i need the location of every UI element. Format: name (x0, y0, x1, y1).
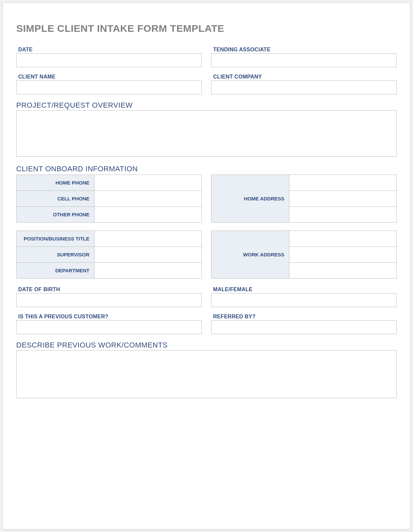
field-referred-by: REFERRED BY? (211, 314, 397, 334)
prev-customer-input[interactable] (16, 320, 202, 334)
department-label: DEPARTMENT (17, 263, 94, 279)
department-input[interactable] (94, 263, 202, 278)
field-client-name: CLIENT NAME (16, 74, 202, 94)
row-date-associate: DATE TENDING ASSOCIATE (16, 47, 397, 67)
home-address-label: HOME ADDRESS (211, 175, 289, 223)
work-address-line3-input[interactable] (289, 263, 396, 278)
field-previous-work: DESCRIBE PREVIOUS WORK/COMMENTS (16, 341, 397, 399)
onboard-group-phones-address: HOME PHONE CELL PHONE OTHER PHONE HOME A… (16, 175, 397, 223)
prev-customer-label: IS THIS A PREVIOUS CUSTOMER? (16, 314, 202, 320)
referred-by-input[interactable] (211, 320, 397, 334)
gender-label: MALE/FEMALE (211, 287, 397, 293)
other-phone-input[interactable] (94, 207, 202, 222)
row-prev-referred: IS THIS A PREVIOUS CUSTOMER? REFERRED BY… (16, 314, 397, 334)
home-phone-label: HOME PHONE (17, 175, 94, 191)
onboard-work-address: WORK ADDRESS (211, 231, 397, 279)
home-address-table: HOME ADDRESS (211, 175, 397, 223)
cell-phone-label: CELL PHONE (17, 191, 94, 207)
client-company-input[interactable] (211, 80, 397, 94)
home-phone-input[interactable] (94, 175, 202, 190)
cell-phone-input[interactable] (94, 191, 202, 206)
field-project-overview: PROJECT/REQUEST OVERVIEW (16, 101, 397, 158)
field-tending-associate: TENDING ASSOCIATE (211, 47, 397, 67)
date-label: DATE (16, 47, 202, 53)
tending-associate-label: TENDING ASSOCIATE (211, 47, 397, 53)
supervisor-label: SUPERVISOR (17, 247, 94, 263)
home-address-line2-input[interactable] (289, 191, 396, 206)
form-page: SIMPLE CLIENT INTAKE FORM TEMPLATE DATE … (3, 3, 410, 529)
other-phone-label: OTHER PHONE (17, 207, 94, 223)
previous-work-label: DESCRIBE PREVIOUS WORK/COMMENTS (16, 341, 397, 349)
home-address-line1-input[interactable] (289, 175, 396, 190)
dob-label: DATE OF BIRTH (16, 287, 202, 293)
row-name-company: CLIENT NAME CLIENT COMPANY (16, 74, 397, 94)
field-prev-customer: IS THIS A PREVIOUS CUSTOMER? (16, 314, 202, 334)
onboard-work-details: POSITION/BUSINESS TITLE SUPERVISOR DEPAR… (16, 231, 202, 279)
dob-input[interactable] (16, 293, 202, 307)
client-name-label: CLIENT NAME (16, 74, 202, 80)
tending-associate-input[interactable] (211, 53, 397, 67)
work-details-table: POSITION/BUSINESS TITLE SUPERVISOR DEPAR… (16, 231, 202, 279)
work-address-line2-input[interactable] (289, 247, 396, 262)
onboard-home-address: HOME ADDRESS (211, 175, 397, 223)
field-dob: DATE OF BIRTH (16, 287, 202, 307)
referred-by-label: REFERRED BY? (211, 314, 397, 320)
project-overview-input[interactable] (16, 110, 397, 157)
onboard-phones: HOME PHONE CELL PHONE OTHER PHONE (16, 175, 202, 223)
gender-input[interactable] (211, 293, 397, 307)
onboard-section-label: CLIENT ONBOARD INFORMATION (16, 165, 397, 173)
phones-table: HOME PHONE CELL PHONE OTHER PHONE (16, 175, 202, 223)
field-gender: MALE/FEMALE (211, 287, 397, 307)
home-address-line3-input[interactable] (289, 207, 396, 222)
onboard-group-work: POSITION/BUSINESS TITLE SUPERVISOR DEPAR… (16, 231, 397, 279)
position-title-input[interactable] (94, 231, 202, 246)
work-address-label: WORK ADDRESS (211, 231, 289, 279)
supervisor-input[interactable] (94, 247, 202, 262)
project-overview-label: PROJECT/REQUEST OVERVIEW (16, 101, 397, 110)
field-date: DATE (16, 47, 202, 67)
work-address-line1-input[interactable] (289, 231, 396, 246)
page-title: SIMPLE CLIENT INTAKE FORM TEMPLATE (16, 23, 397, 34)
previous-work-input[interactable] (16, 350, 397, 398)
position-title-label: POSITION/BUSINESS TITLE (17, 231, 94, 247)
row-dob-gender: DATE OF BIRTH MALE/FEMALE (16, 287, 397, 307)
date-input[interactable] (16, 53, 202, 67)
client-name-input[interactable] (16, 80, 202, 94)
work-address-table: WORK ADDRESS (211, 231, 397, 279)
field-client-company: CLIENT COMPANY (211, 74, 397, 94)
client-company-label: CLIENT COMPANY (211, 74, 397, 80)
